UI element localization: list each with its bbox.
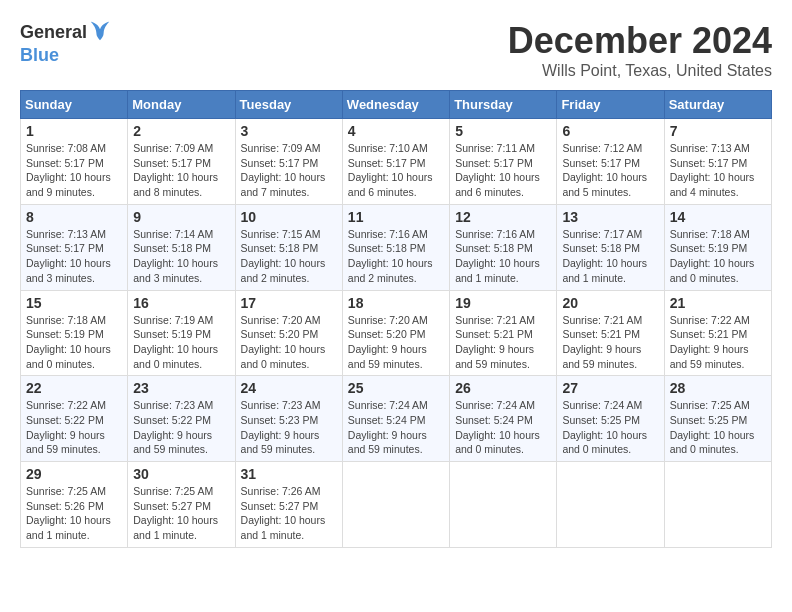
calendar-day-15: 15Sunrise: 7:18 AMSunset: 5:19 PMDayligh… [21, 290, 128, 376]
day-number: 9 [133, 209, 229, 225]
day-number: 20 [562, 295, 658, 311]
day-number: 7 [670, 123, 766, 139]
day-number: 14 [670, 209, 766, 225]
day-number: 12 [455, 209, 551, 225]
day-number: 29 [26, 466, 122, 482]
weekday-header-wednesday: Wednesday [342, 91, 449, 119]
day-info: Sunrise: 7:11 AMSunset: 5:17 PMDaylight:… [455, 141, 551, 200]
calendar-day-31: 31Sunrise: 7:26 AMSunset: 5:27 PMDayligh… [235, 462, 342, 548]
calendar-day-3: 3Sunrise: 7:09 AMSunset: 5:17 PMDaylight… [235, 119, 342, 205]
calendar-day-10: 10Sunrise: 7:15 AMSunset: 5:18 PMDayligh… [235, 204, 342, 290]
day-info: Sunrise: 7:22 AMSunset: 5:21 PMDaylight:… [670, 313, 766, 372]
calendar-week-4: 22Sunrise: 7:22 AMSunset: 5:22 PMDayligh… [21, 376, 772, 462]
day-number: 23 [133, 380, 229, 396]
weekday-header-friday: Friday [557, 91, 664, 119]
title-block: December 2024 Wills Point, Texas, United… [508, 20, 772, 80]
day-number: 10 [241, 209, 337, 225]
day-info: Sunrise: 7:14 AMSunset: 5:18 PMDaylight:… [133, 227, 229, 286]
empty-cell [342, 462, 449, 548]
calendar-week-5: 29Sunrise: 7:25 AMSunset: 5:26 PMDayligh… [21, 462, 772, 548]
calendar-day-8: 8Sunrise: 7:13 AMSunset: 5:17 PMDaylight… [21, 204, 128, 290]
day-info: Sunrise: 7:16 AMSunset: 5:18 PMDaylight:… [348, 227, 444, 286]
calendar-day-2: 2Sunrise: 7:09 AMSunset: 5:17 PMDaylight… [128, 119, 235, 205]
day-number: 2 [133, 123, 229, 139]
day-number: 22 [26, 380, 122, 396]
empty-cell [450, 462, 557, 548]
calendar-day-7: 7Sunrise: 7:13 AMSunset: 5:17 PMDaylight… [664, 119, 771, 205]
day-info: Sunrise: 7:10 AMSunset: 5:17 PMDaylight:… [348, 141, 444, 200]
calendar-day-17: 17Sunrise: 7:20 AMSunset: 5:20 PMDayligh… [235, 290, 342, 376]
day-number: 3 [241, 123, 337, 139]
day-info: Sunrise: 7:13 AMSunset: 5:17 PMDaylight:… [670, 141, 766, 200]
day-number: 11 [348, 209, 444, 225]
day-info: Sunrise: 7:20 AMSunset: 5:20 PMDaylight:… [348, 313, 444, 372]
calendar-day-21: 21Sunrise: 7:22 AMSunset: 5:21 PMDayligh… [664, 290, 771, 376]
day-number: 27 [562, 380, 658, 396]
day-number: 5 [455, 123, 551, 139]
calendar-day-26: 26Sunrise: 7:24 AMSunset: 5:24 PMDayligh… [450, 376, 557, 462]
day-number: 24 [241, 380, 337, 396]
day-info: Sunrise: 7:09 AMSunset: 5:17 PMDaylight:… [241, 141, 337, 200]
day-info: Sunrise: 7:24 AMSunset: 5:25 PMDaylight:… [562, 398, 658, 457]
calendar-day-14: 14Sunrise: 7:18 AMSunset: 5:19 PMDayligh… [664, 204, 771, 290]
day-number: 16 [133, 295, 229, 311]
day-number: 28 [670, 380, 766, 396]
day-info: Sunrise: 7:19 AMSunset: 5:19 PMDaylight:… [133, 313, 229, 372]
day-info: Sunrise: 7:22 AMSunset: 5:22 PMDaylight:… [26, 398, 122, 457]
logo-bird-icon [89, 20, 111, 42]
day-info: Sunrise: 7:24 AMSunset: 5:24 PMDaylight:… [348, 398, 444, 457]
calendar-day-28: 28Sunrise: 7:25 AMSunset: 5:25 PMDayligh… [664, 376, 771, 462]
day-info: Sunrise: 7:15 AMSunset: 5:18 PMDaylight:… [241, 227, 337, 286]
day-info: Sunrise: 7:23 AMSunset: 5:23 PMDaylight:… [241, 398, 337, 457]
calendar-week-2: 8Sunrise: 7:13 AMSunset: 5:17 PMDaylight… [21, 204, 772, 290]
calendar-day-20: 20Sunrise: 7:21 AMSunset: 5:21 PMDayligh… [557, 290, 664, 376]
day-info: Sunrise: 7:17 AMSunset: 5:18 PMDaylight:… [562, 227, 658, 286]
day-info: Sunrise: 7:24 AMSunset: 5:24 PMDaylight:… [455, 398, 551, 457]
day-info: Sunrise: 7:21 AMSunset: 5:21 PMDaylight:… [562, 313, 658, 372]
day-info: Sunrise: 7:21 AMSunset: 5:21 PMDaylight:… [455, 313, 551, 372]
day-number: 30 [133, 466, 229, 482]
day-info: Sunrise: 7:09 AMSunset: 5:17 PMDaylight:… [133, 141, 229, 200]
weekday-header-thursday: Thursday [450, 91, 557, 119]
calendar-day-13: 13Sunrise: 7:17 AMSunset: 5:18 PMDayligh… [557, 204, 664, 290]
calendar-week-1: 1Sunrise: 7:08 AMSunset: 5:17 PMDaylight… [21, 119, 772, 205]
day-number: 1 [26, 123, 122, 139]
day-number: 15 [26, 295, 122, 311]
day-info: Sunrise: 7:20 AMSunset: 5:20 PMDaylight:… [241, 313, 337, 372]
day-info: Sunrise: 7:13 AMSunset: 5:17 PMDaylight:… [26, 227, 122, 286]
day-number: 8 [26, 209, 122, 225]
day-number: 4 [348, 123, 444, 139]
weekday-header-tuesday: Tuesday [235, 91, 342, 119]
day-info: Sunrise: 7:25 AMSunset: 5:26 PMDaylight:… [26, 484, 122, 543]
calendar-day-5: 5Sunrise: 7:11 AMSunset: 5:17 PMDaylight… [450, 119, 557, 205]
empty-cell [557, 462, 664, 548]
day-info: Sunrise: 7:18 AMSunset: 5:19 PMDaylight:… [26, 313, 122, 372]
day-info: Sunrise: 7:12 AMSunset: 5:17 PMDaylight:… [562, 141, 658, 200]
day-number: 21 [670, 295, 766, 311]
weekday-header-saturday: Saturday [664, 91, 771, 119]
calendar-day-4: 4Sunrise: 7:10 AMSunset: 5:17 PMDaylight… [342, 119, 449, 205]
day-info: Sunrise: 7:25 AMSunset: 5:27 PMDaylight:… [133, 484, 229, 543]
location-title: Wills Point, Texas, United States [508, 62, 772, 80]
logo-blue: Blue [20, 46, 111, 66]
day-info: Sunrise: 7:23 AMSunset: 5:22 PMDaylight:… [133, 398, 229, 457]
day-number: 17 [241, 295, 337, 311]
day-number: 31 [241, 466, 337, 482]
calendar-day-27: 27Sunrise: 7:24 AMSunset: 5:25 PMDayligh… [557, 376, 664, 462]
calendar-day-12: 12Sunrise: 7:16 AMSunset: 5:18 PMDayligh… [450, 204, 557, 290]
month-title: December 2024 [508, 20, 772, 62]
calendar-day-18: 18Sunrise: 7:20 AMSunset: 5:20 PMDayligh… [342, 290, 449, 376]
calendar-table: SundayMondayTuesdayWednesdayThursdayFrid… [20, 90, 772, 548]
calendar-day-11: 11Sunrise: 7:16 AMSunset: 5:18 PMDayligh… [342, 204, 449, 290]
day-number: 18 [348, 295, 444, 311]
calendar-day-25: 25Sunrise: 7:24 AMSunset: 5:24 PMDayligh… [342, 376, 449, 462]
weekday-header-sunday: Sunday [21, 91, 128, 119]
day-info: Sunrise: 7:26 AMSunset: 5:27 PMDaylight:… [241, 484, 337, 543]
calendar-day-9: 9Sunrise: 7:14 AMSunset: 5:18 PMDaylight… [128, 204, 235, 290]
calendar-day-16: 16Sunrise: 7:19 AMSunset: 5:19 PMDayligh… [128, 290, 235, 376]
day-number: 19 [455, 295, 551, 311]
empty-cell [664, 462, 771, 548]
calendar-day-23: 23Sunrise: 7:23 AMSunset: 5:22 PMDayligh… [128, 376, 235, 462]
day-info: Sunrise: 7:25 AMSunset: 5:25 PMDaylight:… [670, 398, 766, 457]
day-info: Sunrise: 7:08 AMSunset: 5:17 PMDaylight:… [26, 141, 122, 200]
